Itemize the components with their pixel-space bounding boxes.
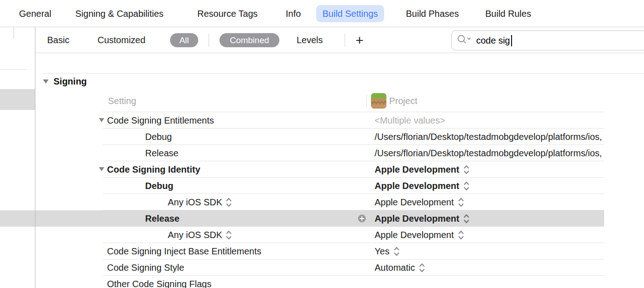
disclosure-triangle-icon[interactable] (99, 118, 104, 122)
build-settings-pane: Basic Customized All Combined Levels + c… (0, 27, 644, 288)
search-icon[interactable] (457, 34, 472, 47)
stepper-chevrons-icon[interactable] (393, 246, 400, 257)
tab-general[interactable]: General (19, 0, 51, 27)
setting-value-dropdown[interactable]: Yes (375, 243, 400, 259)
setting-label: Release (145, 210, 180, 227)
section-title: Signing (54, 73, 87, 89)
label-text: Any iOS SDK (168, 230, 222, 240)
stepper-chevrons-icon[interactable] (463, 164, 470, 175)
row-identity-debug[interactable]: Debug Apple Development (35, 178, 604, 194)
setting-value-dropdown[interactable]: Apple Development (375, 227, 464, 243)
value-text: Automatic (375, 263, 415, 273)
setting-value-dropdown[interactable]: Apple Development (375, 178, 470, 194)
tab-build-phases[interactable]: Build Phases (406, 0, 459, 27)
setting-label-dropdown[interactable]: Any iOS SDK (168, 194, 232, 210)
table-column-header: Setting Project (35, 89, 644, 112)
filter-levels-button[interactable]: Levels (297, 27, 323, 53)
sidebar-content-divider[interactable] (35, 27, 35, 288)
tab-label: Build Settings (322, 9, 378, 19)
setting-label: Debug (145, 129, 172, 145)
row-other-code-signing-flags[interactable]: Other Code Signing Flags (35, 276, 604, 288)
add-build-setting-button[interactable]: + (356, 27, 364, 53)
setting-label: Code Signing Inject Base Entitlements (107, 243, 261, 259)
row-code-signing-identity[interactable]: Code Signing Identity Apple Development (35, 161, 604, 178)
row-entitlements-debug[interactable]: Debug /Users/florian/Desktop/testadmobgd… (35, 129, 604, 145)
disclosure-triangle-icon[interactable] (99, 167, 104, 171)
stepper-chevrons-icon[interactable] (419, 263, 425, 273)
sidebar-divider (0, 69, 27, 70)
value-text: Apple Development (375, 197, 454, 208)
stepper-chevrons-icon[interactable] (225, 230, 232, 240)
row-identity-debug-any-ios-sdk[interactable]: Any iOS SDK Apple Development (35, 194, 604, 210)
setting-label-dropdown[interactable]: Any iOS SDK (168, 227, 232, 243)
setting-value-dropdown[interactable]: Apple Development (375, 194, 464, 210)
setting-label: Code Signing Entitlements (107, 112, 214, 129)
tab-resource-tags[interactable]: Resource Tags (197, 0, 258, 27)
tab-info[interactable]: Info (286, 0, 301, 27)
stepper-chevrons-icon[interactable] (463, 181, 470, 191)
setting-label: Other Code Signing Flags (107, 276, 211, 288)
tab-build-rules[interactable]: Build Rules (485, 0, 531, 27)
value-text: Apple Development (375, 214, 459, 224)
column-setting: Setting (108, 89, 136, 112)
filter-all-button-selected[interactable]: All (170, 33, 198, 47)
row-identity-release-any-ios-sdk[interactable]: Any iOS SDK Apple Development (35, 227, 604, 243)
signing-section-header: Signing (35, 73, 644, 89)
setting-label: Code Signing Identity (107, 161, 200, 178)
value-text: Yes (375, 246, 390, 257)
value-text: Apple Development (375, 181, 459, 191)
setting-value-dropdown[interactable]: Apple Development (375, 161, 470, 178)
filter-combined-button-selected[interactable]: Combined (220, 33, 279, 47)
row-identity-release-selected[interactable]: Release Apple Development (35, 210, 604, 227)
stepper-chevrons-icon[interactable] (463, 214, 470, 224)
tab-build-settings-selected[interactable]: Build Settings (316, 5, 384, 22)
disclosure-triangle-icon[interactable] (43, 79, 49, 84)
setting-value[interactable]: <Multiple values> (375, 112, 445, 129)
row-inject-base-entitlements[interactable]: Code Signing Inject Base Entitlements Ye… (35, 243, 604, 259)
filter-toolbar: Basic Customized All Combined Levels + c… (35, 27, 644, 53)
value-text: Apple Development (375, 164, 459, 175)
value-text: Apple Development (375, 230, 454, 240)
tab-label: Info (286, 9, 301, 19)
build-settings-search-field[interactable]: code sig (451, 30, 644, 50)
setting-value-path[interactable]: /Users/florian/Desktop/testadmobgdevelop… (375, 145, 602, 161)
label-text: Any iOS SDK (168, 197, 222, 208)
toolbar-divider (209, 34, 209, 47)
setting-value-dropdown[interactable]: Automatic (375, 259, 425, 276)
stepper-chevrons-icon[interactable] (225, 197, 232, 208)
text-cursor (511, 35, 512, 46)
setting-value-dropdown[interactable]: Apple Development (375, 210, 470, 227)
setting-label: Release (145, 145, 178, 161)
tab-label: Signing & Capabilities (75, 9, 164, 19)
setting-value-path[interactable]: /Users/florian/Desktop/testadmobgdevelop… (375, 129, 602, 145)
tab-label: Build Rules (485, 9, 531, 19)
row-code-signing-style[interactable]: Code Signing Style Automatic (35, 259, 604, 276)
search-input-value[interactable]: code sig (476, 35, 510, 46)
filter-basic-button[interactable]: Basic (47, 27, 69, 53)
tab-label: Resource Tags (197, 9, 258, 19)
tab-label: General (19, 9, 51, 19)
project-editor-tabbar: General Signing & Capabilities Resource … (0, 0, 644, 27)
stepper-chevrons-icon[interactable] (458, 230, 464, 240)
sidebar-selected-item[interactable] (0, 89, 35, 110)
filter-customized-button[interactable]: Customized (98, 27, 146, 53)
column-divider[interactable] (366, 94, 367, 107)
setting-label: Debug (145, 178, 173, 194)
setting-label: Code Signing Style (107, 259, 184, 276)
add-value-button[interactable] (358, 214, 366, 224)
pane-splitter (14, 27, 14, 39)
stepper-chevrons-icon[interactable] (458, 197, 464, 208)
settings-content: Basic Customized All Combined Levels + c… (35, 27, 644, 288)
column-project: Project (389, 89, 417, 112)
tab-label: Build Phases (406, 9, 459, 19)
row-code-signing-entitlements[interactable]: Code Signing Entitlements <Multiple valu… (35, 112, 604, 129)
row-entitlements-release[interactable]: Release /Users/florian/Desktop/testadmob… (35, 145, 604, 161)
project-app-icon (371, 93, 386, 111)
toolbar-divider (345, 34, 345, 47)
targets-sidebar (0, 27, 35, 288)
tab-signing-capabilities[interactable]: Signing & Capabilities (75, 0, 164, 27)
